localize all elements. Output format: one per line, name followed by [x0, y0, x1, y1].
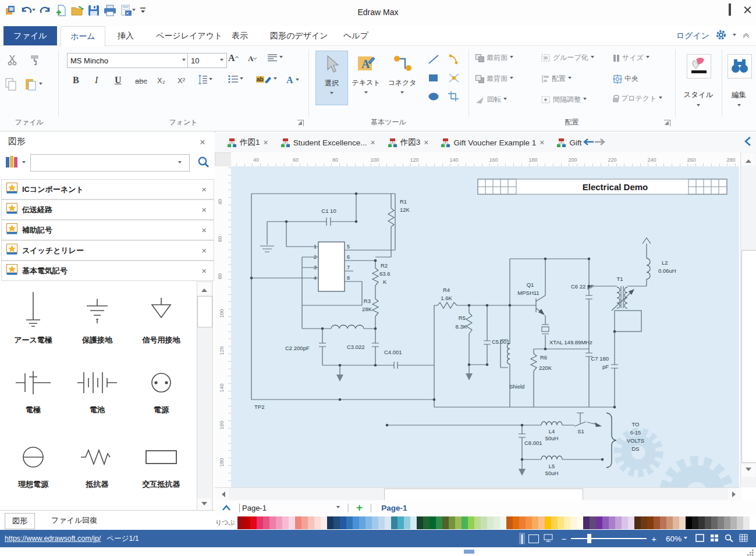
color-swatch[interactable] [526, 516, 532, 529]
scroll-up-button[interactable] [741, 153, 755, 166]
library-close-icon[interactable]: × [201, 226, 207, 234]
stencil-power-source[interactable]: 電源 [129, 364, 193, 415]
library-item-basic-electrical[interactable]: 基本電気記号× [1, 261, 214, 281]
fit-window-button[interactable] [695, 534, 704, 544]
library-select-caret-icon[interactable] [22, 161, 26, 165]
color-swatch[interactable] [634, 516, 641, 529]
color-swatch[interactable] [257, 516, 263, 529]
doc-tab-drawing1[interactable]: 作図1× [228, 137, 268, 148]
stencil-protective-earth[interactable]: 保護接地 [65, 290, 129, 345]
view-outline-button[interactable] [528, 534, 539, 543]
color-swatch[interactable] [423, 516, 430, 529]
color-swatch[interactable] [711, 516, 718, 529]
tab-insert[interactable]: 挿入 [108, 26, 143, 45]
color-swatch[interactable] [462, 516, 468, 529]
color-swatch[interactable] [596, 516, 602, 529]
color-swatch[interactable] [628, 516, 634, 529]
color-swatch[interactable] [269, 516, 276, 529]
panel-tab-shapes[interactable]: 図形 [5, 513, 35, 529]
color-swatch[interactable] [538, 516, 545, 529]
stencil-resistor[interactable]: 抵抗器 [65, 439, 129, 490]
color-swatch[interactable] [391, 516, 397, 529]
stencil-battery[interactable]: 電池 [65, 364, 129, 415]
connection-point-icon[interactable] [448, 73, 460, 83]
superscript-button[interactable]: X² [178, 76, 185, 85]
color-swatch[interactable] [641, 516, 647, 529]
library-item-switches-relays[interactable]: スイッチとリレー× [1, 240, 214, 261]
protect-button[interactable]: プロテクト [613, 94, 662, 104]
shrink-font-button[interactable]: A [248, 54, 257, 63]
paste-icon[interactable] [24, 77, 42, 91]
color-swatch[interactable] [340, 516, 346, 529]
color-swatch[interactable] [468, 516, 474, 529]
settings-gear-icon[interactable] [715, 29, 727, 43]
color-swatch[interactable] [442, 516, 449, 529]
arc-shape-icon[interactable] [448, 54, 460, 65]
stencil-ideal-source[interactable]: 理想電源 [1, 439, 65, 490]
color-swatch[interactable] [321, 516, 327, 529]
color-swatch[interactable] [365, 516, 372, 529]
line-shape-icon[interactable] [428, 54, 439, 65]
doc-tab-close-icon[interactable]: × [540, 138, 544, 147]
page-select-caret-icon[interactable] [336, 506, 340, 510]
color-swatch[interactable] [513, 516, 519, 529]
search-history-caret-icon[interactable] [178, 161, 182, 165]
center-button[interactable]: 中央 [613, 74, 638, 84]
color-swatch[interactable] [615, 516, 622, 529]
color-swatch[interactable] [455, 516, 462, 529]
vertical-scrollbar[interactable] [740, 152, 756, 487]
color-swatch[interactable] [404, 516, 410, 529]
ic-chip[interactable] [318, 242, 345, 291]
font-name-combo[interactable]: MS Mincho [67, 53, 189, 68]
tab-page-layout[interactable]: ページレイアウト [147, 26, 232, 45]
settings-caret-icon[interactable] [733, 34, 736, 38]
color-swatch[interactable] [590, 516, 596, 529]
color-swatch[interactable] [666, 516, 673, 529]
color-swatch[interactable] [698, 516, 705, 529]
scroll-left-button[interactable] [215, 488, 229, 500]
color-swatch[interactable] [372, 516, 378, 529]
format-painter-icon[interactable] [29, 54, 41, 66]
tab-view[interactable]: 表示 [222, 26, 257, 45]
color-swatch[interactable] [564, 516, 570, 529]
add-page-button[interactable]: + [356, 501, 363, 514]
color-swatch[interactable] [449, 516, 455, 529]
stencil-signal-ground[interactable]: 信号用接地 [129, 290, 193, 345]
text-tool-button[interactable]: A テキスト [350, 51, 382, 104]
tab-scroll-left-icon[interactable] [583, 137, 594, 148]
edit-button[interactable] [727, 54, 752, 79]
color-swatch[interactable] [583, 516, 590, 529]
color-swatch[interactable] [724, 516, 730, 529]
library-item-ic-components[interactable]: ICコンポーネント× [1, 179, 214, 199]
stencil-earth-electrode[interactable]: アース電極 [1, 290, 65, 345]
doc-tab-close-icon[interactable]: × [371, 138, 375, 147]
grow-font-button[interactable]: A [228, 53, 239, 63]
color-swatch[interactable] [353, 516, 359, 529]
page-tab[interactable]: Page-1 [381, 504, 407, 512]
zoom-slider-thumb[interactable] [587, 534, 591, 543]
group-button[interactable]: グループ化 [541, 53, 594, 63]
library-close-icon[interactable]: × [201, 205, 207, 214]
subscript-button[interactable]: X₂ [157, 76, 165, 85]
view-presentation-button[interactable] [544, 534, 553, 544]
zoom-in-button[interactable]: + [651, 534, 656, 544]
zoom-level[interactable]: 60% [666, 534, 682, 543]
bring-to-front-button[interactable]: 最前面 [475, 53, 513, 63]
color-swatch[interactable] [750, 516, 756, 529]
color-swatch[interactable] [301, 516, 308, 529]
group-label-style[interactable]: スタイル [675, 90, 722, 100]
doc-tab-close-icon[interactable]: × [424, 138, 428, 147]
color-swatch[interactable] [647, 516, 654, 529]
color-swatch[interactable] [545, 516, 551, 529]
font-size-combo[interactable]: 10 [187, 53, 227, 68]
color-swatch[interactable] [519, 516, 526, 529]
ellipse-shape-icon[interactable] [428, 91, 439, 102]
collapse-panel-chevron-icon[interactable] [744, 136, 751, 149]
send-to-back-button[interactable]: 最背面 [475, 74, 513, 84]
color-swatch[interactable] [436, 516, 442, 529]
tab-scroll-right-icon[interactable] [594, 137, 606, 148]
color-swatch[interactable] [430, 516, 436, 529]
color-swatch[interactable] [577, 516, 583, 529]
size-button[interactable]: サイズ [613, 53, 649, 63]
color-swatch[interactable] [276, 516, 282, 529]
